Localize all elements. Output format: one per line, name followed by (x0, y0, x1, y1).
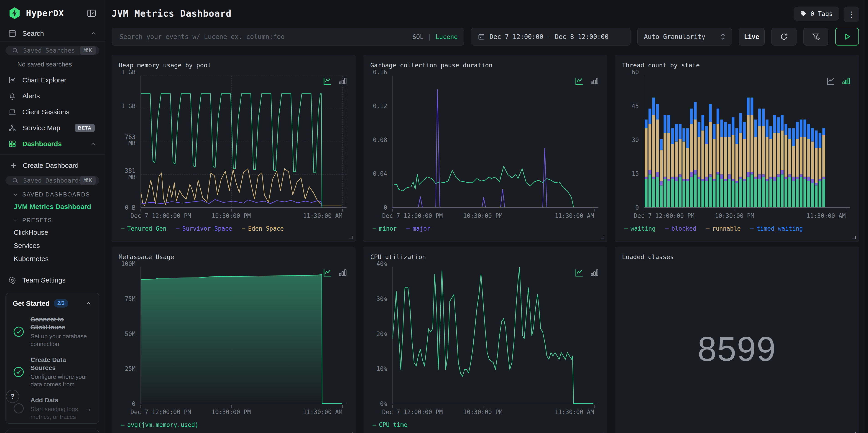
step-desc: Configure where your data comes from (31, 373, 92, 389)
y-tick-label: 30% (376, 296, 387, 302)
legend-item[interactable]: —waiting (624, 225, 656, 232)
chevron-down-icon (13, 218, 18, 223)
chart-legend: —Tenured Gen—Survivor Space—Eden Space (112, 221, 355, 242)
section-presets[interactable]: PRESETS (0, 213, 105, 226)
y-tick-label: 0.16 (373, 69, 387, 75)
plus-icon (10, 162, 17, 169)
user-profile-card[interactable]: D dominic.tran@clic... dominic.tran@clic… (5, 430, 99, 433)
panel-metaspace: Metaspace Usage 100M75M50M25M0Dec 7 12:0… (112, 247, 355, 433)
resize-handle[interactable] (349, 432, 352, 433)
event-search-input[interactable] (120, 33, 412, 40)
bar-chart-icon[interactable] (338, 76, 347, 86)
line-chart-icon[interactable] (322, 268, 332, 278)
legend-item[interactable]: —Tenured Gen (121, 225, 166, 232)
sidebar-item-services[interactable]: Services (0, 239, 105, 252)
line-chart-icon[interactable] (574, 76, 584, 86)
line-chart-icon[interactable] (826, 76, 835, 86)
step-desc: Set up your database connection (31, 333, 92, 348)
get-started-title: Get Started (13, 300, 50, 307)
sidebar-item-search[interactable]: Search (0, 26, 105, 42)
sidebar-item-jvm-metrics-dashboard[interactable]: JVM Metrics Dashboard (0, 200, 105, 213)
legend-item[interactable]: —timed_waiting (750, 225, 803, 232)
resize-handle[interactable] (349, 236, 352, 239)
step-texts: Create Data Sources Configure where your… (31, 356, 92, 389)
collapse-sidebar-icon[interactable] (87, 8, 97, 18)
no-saved-searches-text: No saved searches (0, 58, 105, 72)
filter-button[interactable] (803, 28, 828, 45)
chart-legend: —waiting—blocked—runnable—timed_waiting (615, 221, 859, 242)
bar-chart-icon[interactable] (338, 268, 347, 278)
y-axis: 40%30%20%10%0% (369, 264, 390, 404)
get-started-step-data-sources[interactable]: Create Data Sources Configure where your… (13, 356, 92, 389)
help-button[interactable]: ? (6, 390, 19, 403)
resize-handle[interactable] (852, 236, 856, 239)
tags-button[interactable]: 0 Tags (794, 7, 839, 21)
sidebar-item-kubernetes[interactable]: Kubernetes (0, 252, 105, 266)
line-chart-icon[interactable] (574, 268, 584, 278)
sidebar-item-chart-explorer[interactable]: Chart Explorer (0, 72, 105, 88)
live-button[interactable]: Live (739, 28, 765, 45)
scrollbar-gutter[interactable] (864, 0, 868, 433)
kebab-menu-button[interactable]: ⋮ (844, 7, 859, 22)
step-texts: Connect to ClickHouse Set up your databa… (31, 315, 92, 348)
panel-heap-memory: Heap memory usage by pool 1 GB1 GB763 MB… (112, 55, 355, 242)
event-search-box[interactable]: SQL | Lucene (112, 28, 464, 45)
lucene-toggle[interactable]: Lucene (435, 33, 458, 40)
x-tick-label: 11:30:00 AM (303, 212, 342, 219)
sidebar-item-service-map[interactable]: Service Map BETA (0, 120, 105, 136)
saved-dashboards-field[interactable] (23, 177, 80, 184)
y-tick-label: 1 GB (121, 69, 135, 75)
bar-chart-icon[interactable] (841, 76, 851, 86)
chart-legend: —minor—major (364, 221, 607, 242)
get-started-header[interactable]: Get Started 2/3 (13, 299, 92, 308)
section-label: SAVED DASHBOARDS (22, 191, 90, 198)
resize-handle[interactable] (601, 432, 604, 433)
sidebar-item-client-sessions[interactable]: Client Sessions (0, 104, 105, 120)
get-started-step-add-data[interactable]: Add Data Start sending logs, metrics, or… (13, 396, 92, 421)
y-tick-label: 10% (376, 366, 387, 372)
legend-item[interactable]: —runnable (706, 225, 741, 232)
refresh-button[interactable] (771, 28, 797, 45)
plot-area (141, 267, 347, 404)
legend-item[interactable]: —Eden Space (242, 225, 284, 232)
loaded-classes-value: 8599 (698, 330, 776, 369)
legend-item[interactable]: —avg(jvm.memory.used) (121, 422, 198, 428)
line-chart-icon[interactable] (322, 76, 332, 86)
sidebar-item-team-settings[interactable]: Team Settings (0, 272, 105, 288)
sidebar-item-label: Service Map (22, 124, 60, 132)
date-range-picker[interactable]: Dec 7 12:00:00 - Dec 8 12:00:00 (471, 28, 630, 45)
resize-handle[interactable] (601, 236, 604, 239)
bell-icon (8, 92, 17, 100)
saved-searches-field[interactable] (23, 47, 80, 54)
create-dashboard-button[interactable]: Create Dashboard (0, 158, 105, 173)
resize-handle[interactable] (852, 432, 856, 433)
sidebar-item-alerts[interactable]: Alerts (0, 88, 105, 104)
x-axis: Dec 7 12:00:00 PM10:30:00 PM11:30:00 AM (141, 209, 347, 221)
run-query-button[interactable] (835, 28, 859, 45)
bar-chart-icon[interactable] (590, 76, 599, 86)
saved-searches-input[interactable]: ⌘K (5, 46, 99, 55)
legend-item[interactable]: —blocked (665, 225, 696, 232)
y-axis: 100M75M50M25M0 (118, 264, 139, 404)
section-saved-dashboards[interactable]: SAVED DASHBOARDS (0, 188, 105, 200)
title-row: JVM Metrics Dashboard 0 Tags ⋮ (112, 7, 859, 22)
saved-dashboards-input[interactable]: ⌘K (5, 176, 99, 185)
legend-item[interactable]: —minor (373, 225, 397, 232)
y-axis: 604530150 (621, 72, 642, 208)
step-texts: Add Data Start sending logs, metrics, or… (31, 396, 82, 421)
sidebar-item-clickhouse[interactable]: ClickHouse (0, 226, 105, 239)
y-tick-label: 0 (635, 205, 639, 211)
legend-item[interactable]: —major (406, 225, 430, 232)
sql-toggle[interactable]: SQL (412, 33, 424, 40)
bar-chart-icon[interactable] (590, 268, 599, 278)
date-range-value: Dec 7 12:00:00 - Dec 8 12:00:00 (490, 33, 609, 40)
legend-item[interactable]: —Survivor Space (176, 225, 232, 232)
sidebar-item-label: Search (22, 30, 44, 37)
divider (0, 154, 105, 155)
x-axis: Dec 7 12:00:00 PM10:30:00 PM11:30:00 AM (141, 405, 347, 417)
granularity-select[interactable]: Auto Granularity (637, 28, 732, 45)
sidebar-item-dashboards[interactable]: Dashboards (0, 136, 105, 152)
get-started-step-connect[interactable]: Connect to ClickHouse Set up your databa… (13, 315, 92, 348)
x-tick-label: 10:30:00 PM (463, 409, 502, 415)
legend-item[interactable]: —CPU time (373, 422, 407, 428)
